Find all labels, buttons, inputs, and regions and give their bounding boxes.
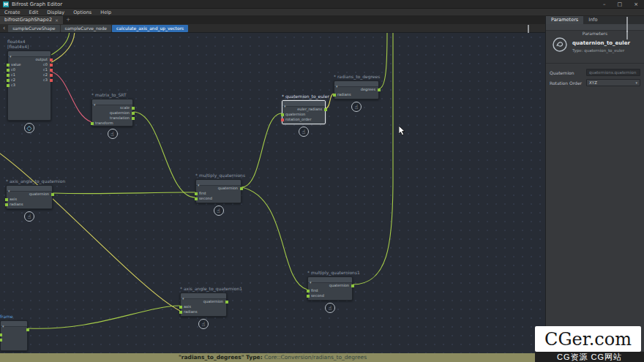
input-port-second[interactable] — [307, 295, 310, 298]
graph-canvas[interactable]: float4x4[float4x4]▾outputvaluec0c0c1c1c2… — [0, 33, 545, 353]
node-row: quaternion — [196, 186, 241, 191]
touch-icon[interactable]: ☝ — [108, 129, 118, 139]
pin-section-icon[interactable] — [624, 25, 630, 31]
input-port-quaternion[interactable] — [281, 113, 284, 116]
touch-icon[interactable]: ☝ — [198, 319, 209, 329]
input-port-c1[interactable] — [7, 74, 10, 77]
input-port-radians[interactable] — [333, 94, 336, 97]
output-port-euler_radians[interactable] — [324, 108, 327, 111]
input-port-axis[interactable] — [5, 198, 8, 201]
output-port-c0[interactable] — [50, 64, 53, 67]
menu-icon[interactable] — [536, 26, 542, 31]
wire-green-5[interactable] — [379, 33, 387, 88]
output-port-quaternion[interactable] — [351, 284, 354, 287]
back-button[interactable]: ‹ — [0, 24, 8, 33]
port-label: c2 — [43, 72, 48, 78]
input-port-rotation_order[interactable] — [281, 118, 284, 121]
pin-icon[interactable] — [528, 26, 533, 31]
touch-icon[interactable]: ☝ — [214, 205, 224, 216]
input-port-port[interactable] — [0, 333, 2, 336]
wire-green-6[interactable] — [353, 33, 393, 284]
section-menu-icon[interactable] — [633, 25, 639, 31]
breadcrumb-calculate-axis-and-up-vectors[interactable]: calculate_axis_and_up_vectors — [112, 25, 188, 32]
tab-close-icon[interactable]: × — [55, 16, 59, 24]
rotation-order-field-row: Rotation Order XYZ ▾ — [546, 78, 644, 88]
input-port-c0[interactable] — [7, 69, 10, 72]
wire-green-9[interactable] — [28, 306, 180, 328]
breadcrumb-sampleCurve-node[interactable]: sampleCurve_node — [61, 25, 112, 32]
output-port-quaternion[interactable] — [132, 112, 135, 115]
node-float4x4[interactable]: float4x4[float4x4]▾outputvaluec0c0c1c1c2… — [7, 50, 51, 121]
touch-icon[interactable]: ☝ — [299, 127, 309, 137]
selected-node-type: Type: quaternion_to_euler — [572, 48, 630, 53]
node-matrix_to_SRT[interactable]: * matrix_to_SRT▾scalequaterniontranslati… — [91, 99, 133, 127]
menu-help[interactable]: Help — [96, 9, 116, 16]
input-port-first[interactable] — [195, 192, 198, 195]
menu-display[interactable]: Display — [42, 9, 69, 16]
output-port-output[interactable] — [50, 59, 53, 61]
output-port-c2[interactable] — [50, 74, 53, 77]
node-title: * axis_angle_to_quaternion1 — [180, 287, 242, 292]
output-port-quaternion[interactable] — [51, 193, 54, 196]
input-port-first[interactable] — [307, 290, 310, 293]
output-port-degrees[interactable] — [378, 88, 381, 91]
close-button[interactable]: × — [628, 0, 644, 9]
wire-green-1[interactable] — [133, 112, 195, 197]
node-row: euler_radians — [282, 107, 325, 112]
wires-layer — [0, 33, 545, 353]
node-multiply_quaternions[interactable]: * multiply_quaternions▾quaternionfirstse… — [195, 179, 242, 203]
input-port-c2[interactable] — [7, 79, 10, 82]
wire-green-2[interactable] — [53, 192, 195, 194]
touch-icon[interactable]: ☝ — [325, 303, 335, 313]
new-tab-button[interactable]: + — [63, 16, 73, 24]
input-port-radians[interactable] — [179, 311, 182, 314]
node-axis_angle_to_quaternion[interactable]: * axis_angle_to_quaternion▾quaternionaxi… — [6, 185, 53, 209]
node-multiply_quaternions1[interactable]: * multiply_quaternions1▾quaternionfirsts… — [307, 276, 353, 301]
node-frame[interactable]: frame▾ — [0, 320, 28, 351]
node-quaternion_to_euler[interactable]: * quaternion_to_euler▾euler_radiansquate… — [282, 100, 326, 124]
menu-options[interactable]: Options — [69, 9, 96, 16]
float-panel-icon[interactable] — [626, 18, 632, 23]
watermark-text-2: CG资源 CG网站 — [557, 352, 622, 362]
minimize-button[interactable]: – — [597, 0, 612, 9]
output-port-scale[interactable] — [132, 107, 135, 110]
input-port-axis[interactable] — [179, 306, 182, 309]
diamond-icon[interactable]: ◇ — [24, 123, 34, 133]
tab-info[interactable]: Info — [583, 16, 602, 24]
output-port-c1[interactable] — [50, 69, 53, 72]
touch-icon[interactable]: ☝ — [351, 102, 362, 112]
wire-yellow-8[interactable] — [0, 151, 180, 311]
node-row: rotation_order — [282, 117, 325, 122]
hamburger-icon[interactable] — [635, 18, 641, 23]
menu-create[interactable]: Create — [0, 9, 25, 16]
output-port-translation[interactable] — [132, 117, 135, 120]
input-port-value[interactable] — [7, 64, 10, 67]
node-row: output — [8, 57, 50, 62]
output-port-quaternion[interactable] — [240, 187, 243, 190]
input-port-transform[interactable] — [91, 122, 94, 125]
node-axis_angle_to_quaternion1[interactable]: * axis_angle_to_quaternion1▾quaternionax… — [180, 293, 227, 317]
input-port-c3[interactable] — [7, 84, 10, 87]
wire-green-3[interactable] — [242, 113, 282, 187]
touch-icon[interactable]: ☝ — [24, 211, 34, 222]
output-port-port[interactable] — [26, 328, 29, 331]
rotation-order-dropdown[interactable]: XYZ ▾ — [586, 79, 640, 86]
window-title: Bifrost Graph Editor — [12, 1, 62, 7]
tab-bifrostGraphShape2[interactable]: bifrostGraphShape2 × — [0, 16, 63, 24]
port-label: second — [199, 196, 212, 201]
input-port-radians[interactable] — [5, 203, 8, 206]
tab-parameters[interactable]: Parameters — [546, 16, 583, 24]
wire-green-7[interactable] — [242, 187, 307, 290]
parameters-section-header[interactable]: Parameters — [546, 24, 644, 31]
input-port-port[interactable] — [0, 339, 2, 342]
output-port-c3[interactable] — [50, 79, 53, 82]
output-port-quaternion[interactable] — [225, 301, 228, 303]
wire-pink-0[interactable] — [51, 72, 91, 122]
node-radians_to_degrees[interactable]: * radians_to_degrees▾degreesradians☝ — [334, 80, 379, 99]
menu-edit[interactable]: Edit — [25, 9, 43, 16]
node-row: c0c1 — [8, 67, 50, 72]
maximize-button[interactable]: □ — [612, 0, 629, 9]
breadcrumb-sampleCurveShape[interactable]: sampleCurveShape — [8, 25, 59, 32]
input-port-second[interactable] — [195, 197, 198, 200]
quaternion-value-field[interactable]: quaternions.quaternion — [586, 69, 640, 76]
